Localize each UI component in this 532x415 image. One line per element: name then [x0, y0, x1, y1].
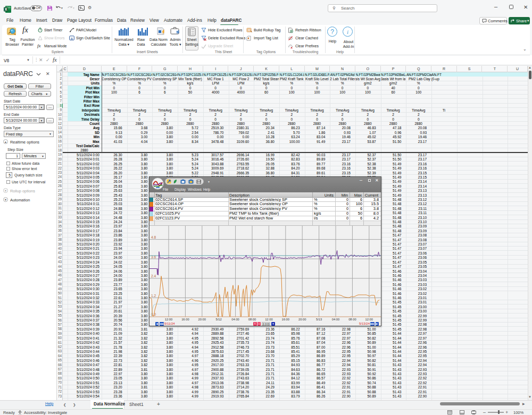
svg-text:1.2: 1.2: [151, 294, 156, 298]
svg-text:4.8: 4.8: [151, 235, 156, 239]
svg-text:X: X: [5, 7, 7, 11]
svg-text:2.4: 2.4: [151, 274, 156, 278]
